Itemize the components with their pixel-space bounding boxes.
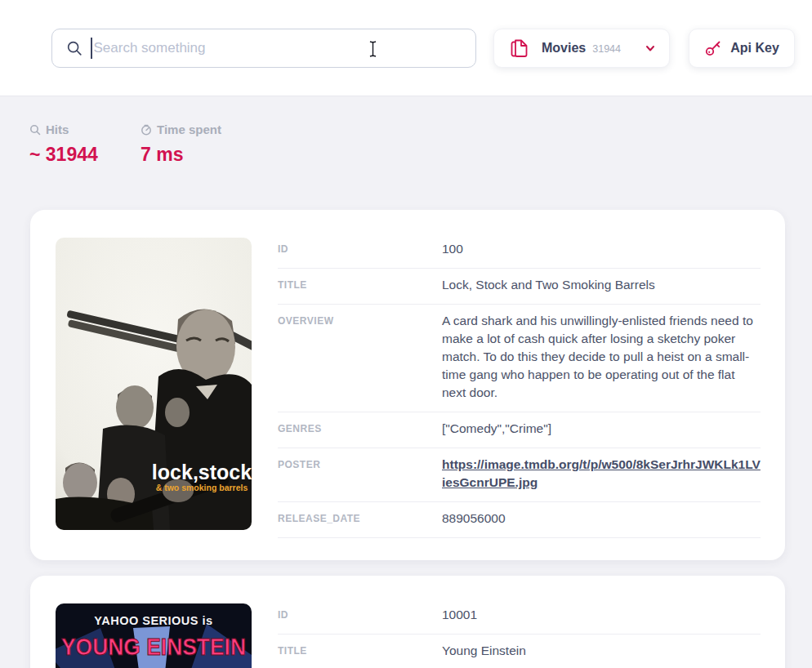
poster1-title-text: lock,stock	[152, 461, 252, 483]
poster2-title-text: YOUNG EINSTEIN	[61, 633, 246, 660]
field-label: RELEASE_DATE	[278, 510, 442, 528]
time-spent-label: Time spent	[157, 122, 221, 136]
field-value: Young Einstein	[442, 642, 761, 660]
poster1-subtitle-text: & two smoking barrels	[156, 483, 248, 492]
field-row-id: ID 10001	[278, 599, 761, 635]
field-row-poster: POSTER https://image.tmdb.org/t/p/w500/8…	[278, 448, 761, 502]
field-value: 100	[442, 240, 761, 258]
chevron-down-icon	[645, 42, 656, 54]
poster-url-link[interactable]: https://image.tmdb.org/t/p/w500/8kSerJrh…	[442, 457, 761, 489]
field-label: ID	[278, 240, 442, 258]
field-row-overview: OVERVIEW A card shark and his unwillingl…	[278, 305, 761, 412]
result-card: YAHOO SERIOUS is YOUNG EINSTEIN ID 10001…	[30, 576, 785, 668]
hits-stat: Hits ~ 31944	[29, 122, 98, 166]
search-input[interactable]	[92, 40, 463, 56]
movie-poster-lock-stock: lock,stock & two smoking barrels	[56, 238, 252, 530]
time-spent-value: 7 ms	[141, 144, 221, 166]
field-label: ID	[278, 606, 442, 624]
search-box[interactable]	[51, 29, 476, 68]
field-value: ["Comedy","Crime"]	[442, 420, 761, 438]
field-value: Lock, Stock and Two Smoking Barrels	[442, 276, 761, 294]
index-doc-count: 31944	[592, 43, 621, 55]
api-key-button[interactable]: Api Key	[689, 29, 795, 68]
index-name: Movies	[542, 41, 586, 56]
i-beam-cursor-icon	[368, 40, 378, 58]
hits-value: ~ 31944	[29, 144, 98, 166]
hits-search-icon	[29, 124, 41, 136]
field-label: OVERVIEW	[278, 312, 442, 402]
hits-label: Hits	[46, 122, 69, 136]
field-label: TITLE	[278, 642, 442, 660]
result-card: lock,stock & two smoking barrels ID 100 …	[30, 210, 785, 560]
field-row-genres: GENRES ["Comedy","Crime"]	[278, 412, 761, 448]
document-fields: ID 10001 TITLE Young Einstein OVERVIEW A…	[278, 599, 761, 668]
search-icon	[65, 39, 83, 57]
movie-poster-young-einstein: YAHOO SERIOUS is YOUNG EINSTEIN	[56, 603, 252, 668]
api-key-label: Api Key	[730, 41, 779, 56]
poster2-topline-text: YAHOO SERIOUS is	[94, 614, 212, 627]
field-label: TITLE	[278, 276, 442, 294]
key-icon	[704, 39, 722, 57]
field-value: A card shark and his unwillingly-enliste…	[442, 312, 761, 402]
time-spent-stat: Time spent 7 ms	[141, 122, 221, 166]
field-row-title: TITLE Young Einstein	[278, 635, 761, 668]
stopwatch-icon	[141, 124, 152, 136]
field-value: 10001	[442, 606, 761, 624]
field-row-id: ID 100	[278, 233, 761, 269]
index-selector-dropdown[interactable]: Movies 31944	[493, 29, 670, 68]
top-header: Movies 31944 Api Key	[0, 0, 812, 96]
field-row-title: TITLE Lock, Stock and Two Smoking Barrel…	[278, 269, 761, 305]
field-value: 889056000	[442, 510, 761, 528]
document-fields: ID 100 TITLE Lock, Stock and Two Smoking…	[278, 233, 761, 532]
field-label: GENRES	[278, 420, 442, 438]
field-row-release-date: RELEASE_DATE 889056000	[278, 502, 761, 538]
documents-icon	[509, 37, 530, 60]
field-label: POSTER	[278, 456, 442, 492]
